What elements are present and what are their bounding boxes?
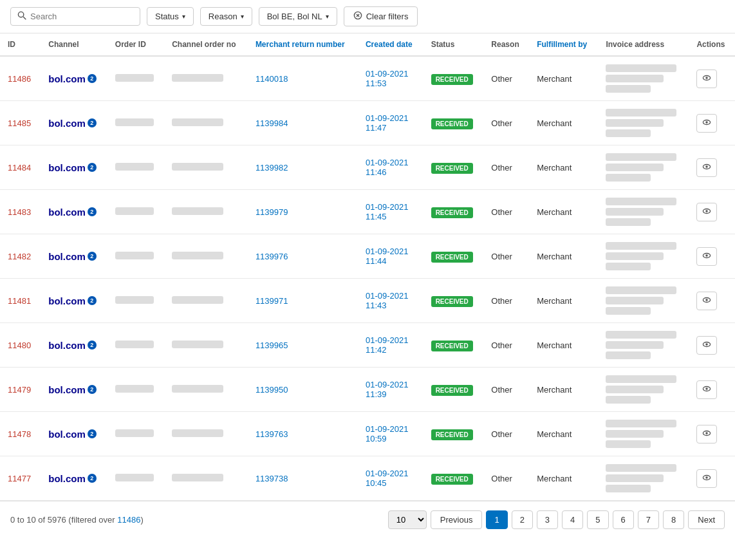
invoice-line3 [606, 263, 651, 270]
view-button[interactable] [696, 469, 717, 488]
view-button[interactable] [696, 114, 717, 133]
cell-channel: bol.com2 [41, 368, 107, 412]
order-id-blurred [115, 74, 154, 82]
page-6-button[interactable]: 6 [613, 510, 634, 529]
cell-id: 11485 [0, 101, 41, 145]
page-8-button[interactable]: 8 [663, 510, 684, 529]
return-number-link[interactable]: 1139976 [256, 252, 288, 261]
view-button[interactable] [696, 70, 717, 88]
cell-merchant-return-number[interactable]: 1139984 [248, 101, 358, 145]
col-id: ID [0, 33, 41, 56]
table-row: 11486bol.com2 114001801-09-202111:53RECE… [0, 56, 735, 101]
reason-chevron-icon: ▾ [241, 13, 244, 20]
cell-created-date: 01-09-202111:53 [358, 56, 423, 101]
invoice-line3 [606, 85, 651, 93]
cell-merchant-return-number[interactable]: 1139982 [248, 145, 358, 190]
view-button[interactable] [696, 425, 717, 443]
cell-invoice-address [598, 368, 689, 412]
invoice-line3 [606, 129, 651, 137]
cell-merchant-return-number[interactable]: 1139965 [248, 323, 358, 368]
cell-actions [689, 190, 735, 234]
cell-fulfillment: Merchant [529, 456, 598, 501]
cell-merchant-return-number[interactable]: 1139950 [248, 368, 358, 412]
cell-merchant-return-number[interactable]: 1139738 [248, 456, 358, 501]
previous-button[interactable]: Previous [431, 510, 483, 529]
cell-merchant-return-number[interactable]: 1139979 [248, 190, 358, 234]
view-button[interactable] [696, 247, 717, 266]
status-badge: RECEIVED [431, 118, 473, 129]
cell-status: RECEIVED [423, 323, 484, 368]
cell-status: RECEIVED [423, 279, 484, 323]
page-1-button[interactable]: 1 [486, 510, 507, 529]
clear-filters-label: Clear filters [366, 12, 409, 21]
filtered-count-link[interactable]: 11486 [117, 515, 140, 525]
cell-actions [689, 145, 735, 190]
bolcom-text: bol.com [48, 207, 86, 218]
channel-filter-button[interactable]: Bol BE, Bol NL ▾ [259, 7, 337, 26]
page-7-button[interactable]: 7 [638, 510, 659, 529]
return-number-link[interactable]: 1139965 [256, 341, 288, 350]
cell-merchant-return-number[interactable]: 1139763 [248, 412, 358, 456]
cell-fulfillment: Merchant [529, 101, 598, 145]
return-number-link[interactable]: 1139979 [256, 207, 288, 217]
status-badge: RECEIVED [431, 385, 473, 396]
bolcom-text: bol.com [48, 384, 86, 395]
return-number-link[interactable]: 1139763 [256, 429, 288, 439]
channel-order-no-blurred [172, 207, 223, 215]
cell-invoice-address [598, 101, 689, 145]
table-row: 11481bol.com2 113997101-09-202111:43RECE… [0, 279, 735, 323]
cell-channel: bol.com2 [41, 412, 107, 456]
bolcom-logo: bol.com2 [48, 384, 100, 395]
cell-id: 11478 [0, 412, 41, 456]
cell-id: 11486 [0, 56, 41, 101]
cell-merchant-return-number[interactable]: 1139971 [248, 279, 358, 323]
view-button[interactable] [696, 158, 717, 177]
return-number-link[interactable]: 1140018 [256, 74, 288, 84]
col-merchant-return-number: Merchant return number [248, 33, 358, 56]
cell-status: RECEIVED [423, 456, 484, 501]
cell-id: 11480 [0, 323, 41, 368]
cell-created-date: 01-09-202110:45 [358, 456, 423, 501]
page-4-button[interactable]: 4 [562, 510, 583, 529]
return-number-link[interactable]: 1139971 [256, 296, 288, 306]
view-button[interactable] [696, 203, 717, 221]
created-date-value: 01-09-202111:43 [366, 291, 409, 310]
cell-fulfillment: Merchant [529, 412, 598, 456]
cell-merchant-return-number[interactable]: 1139976 [248, 234, 358, 279]
return-number-link[interactable]: 1139738 [256, 474, 288, 483]
cell-reason: Other [483, 323, 529, 368]
cell-id: 11477 [0, 456, 41, 501]
col-status: Status [423, 33, 484, 56]
bol-badge: 2 [88, 385, 97, 394]
per-page-select[interactable]: 10 25 50 100 [388, 510, 427, 529]
table-row: 11483bol.com2 113997901-09-202111:45RECE… [0, 190, 735, 234]
view-button[interactable] [696, 292, 717, 310]
return-number-link[interactable]: 1139982 [256, 163, 288, 173]
page-5-button[interactable]: 5 [587, 510, 608, 529]
cell-created-date: 01-09-202111:44 [358, 234, 423, 279]
table-row: 11482bol.com2 113997601-09-202111:44RECE… [0, 234, 735, 279]
cell-merchant-return-number[interactable]: 1140018 [248, 56, 358, 101]
status-filter-button[interactable]: Status ▾ [147, 7, 194, 26]
cell-created-date: 01-09-202110:59 [358, 412, 423, 456]
page-3-button[interactable]: 3 [537, 510, 558, 529]
search-input[interactable] [30, 12, 133, 21]
next-button[interactable]: Next [688, 510, 725, 529]
reason-filter-button[interactable]: Reason ▾ [200, 7, 252, 26]
cell-reason: Other [483, 145, 529, 190]
cell-channel-order-no [164, 279, 248, 323]
clear-filters-button[interactable]: Clear filters [344, 6, 418, 26]
page-2-button[interactable]: 2 [512, 510, 533, 529]
cell-order-id [107, 412, 164, 456]
view-button[interactable] [696, 336, 717, 355]
cell-channel-order-no [164, 101, 248, 145]
created-date-value: 01-09-202111:42 [366, 335, 409, 355]
table-row: 11480bol.com2 113996501-09-202111:42RECE… [0, 323, 735, 368]
cell-fulfillment: Merchant [529, 279, 598, 323]
return-number-link[interactable]: 1139984 [256, 118, 288, 128]
return-number-link[interactable]: 1139950 [256, 385, 288, 395]
cell-order-id [107, 190, 164, 234]
view-button[interactable] [696, 380, 717, 399]
cell-status: RECEIVED [423, 190, 484, 234]
order-id-blurred [115, 474, 154, 481]
